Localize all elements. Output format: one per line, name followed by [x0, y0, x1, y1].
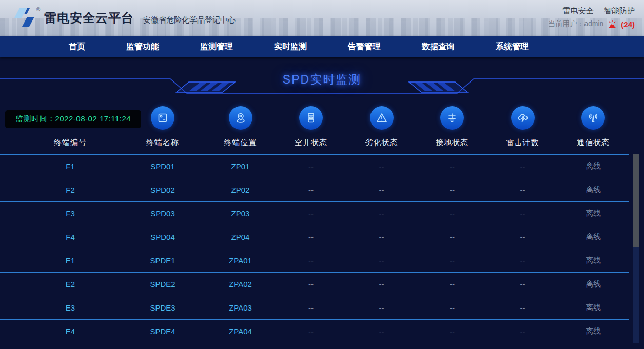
- cell-terminal-name: SPD01: [120, 162, 205, 171]
- cell-degradation-status: --: [346, 186, 417, 194]
- cell-grounding-status: --: [417, 209, 487, 218]
- cell-terminal-name: SPDE4: [120, 327, 205, 336]
- table-row[interactable]: F3 SPD03 ZP03 -- -- -- -- 离线: [0, 202, 629, 225]
- column-breaker-status: 空开状态: [276, 97, 346, 154]
- slogan-smart-protection: 智能防护: [604, 6, 635, 15]
- cell-communication-status: 离线: [558, 161, 629, 171]
- cell-terminal-id: F1: [0, 162, 120, 171]
- cell-terminal-name: SPDE2: [120, 280, 205, 289]
- lightning-cloud-icon: [511, 106, 535, 130]
- header-slogan: 雷电安全 智能防护: [548, 6, 635, 16]
- scrollbar-thumb[interactable]: [633, 154, 639, 247]
- cell-grounding-status: --: [417, 233, 487, 241]
- title-section: SPD实时监测: [0, 57, 644, 97]
- cell-breaker-status: --: [276, 233, 346, 241]
- slogan-lightning-safety: 雷电安全: [563, 6, 594, 15]
- column-degradation-status: 劣化状态: [346, 97, 417, 154]
- nav-item[interactable]: 首页: [69, 42, 85, 52]
- cell-breaker-status: --: [276, 209, 346, 218]
- cell-grounding-status: --: [417, 186, 487, 194]
- cell-communication-status: 离线: [558, 209, 629, 218]
- cell-lightning-count: --: [487, 256, 558, 265]
- cell-terminal-location: ZP02: [205, 186, 276, 194]
- cell-terminal-name: SPD04: [120, 233, 205, 241]
- cell-terminal-name: SPDE3: [120, 303, 205, 312]
- cell-communication-status: 离线: [558, 326, 629, 336]
- current-user-label: 当前用户：admin: [548, 19, 603, 29]
- column-terminal-location: 终端位置: [205, 97, 276, 154]
- cell-degradation-status: --: [346, 162, 417, 171]
- antenna-icon: [581, 106, 605, 130]
- cell-terminal-name: SPDE1: [120, 256, 205, 265]
- cell-grounding-status: --: [417, 256, 487, 265]
- alarm-siren-icon[interactable]: [608, 20, 617, 29]
- nav-item[interactable]: 告警管理: [348, 42, 381, 52]
- cell-lightning-count: --: [487, 209, 558, 218]
- cell-lightning-count: --: [487, 280, 558, 289]
- cell-terminal-id: F4: [0, 233, 120, 241]
- nav-item[interactable]: 实时监测: [274, 42, 307, 52]
- cell-grounding-status: --: [417, 303, 487, 312]
- cell-terminal-location: ZPA04: [205, 327, 276, 336]
- cell-lightning-count: --: [487, 162, 558, 171]
- alarm-count-badge[interactable]: (24): [621, 20, 635, 29]
- cell-terminal-name: SPD02: [120, 186, 205, 194]
- brand-logo[interactable]: ®: [11, 6, 41, 30]
- cell-grounding-status: --: [417, 280, 487, 289]
- table-row[interactable]: F2 SPD02 ZP02 -- -- -- -- 离线: [0, 178, 629, 202]
- cell-terminal-id: E2: [0, 280, 120, 289]
- cell-terminal-location: ZPA03: [205, 303, 276, 312]
- monitor-time-badge: 监测时间：2022-08-02 17:11:24: [5, 110, 141, 128]
- table-row[interactable]: E2 SPDE2 ZPA02 -- -- -- -- 离线: [0, 273, 629, 296]
- cell-communication-status: 离线: [558, 303, 629, 313]
- cell-terminal-location: ZPA02: [205, 280, 276, 289]
- terminal-device-icon: [151, 106, 174, 130]
- monitor-time-text: 监测时间：2022-08-02 17:11:24: [15, 114, 131, 124]
- table-row[interactable]: E4 SPDE4 ZPA04 -- -- -- -- 离线: [0, 320, 629, 343]
- location-pin-icon: [229, 106, 252, 130]
- table-row[interactable]: E3 SPDE3 ZPA03 -- -- -- -- 离线: [0, 296, 629, 320]
- table-row[interactable]: F1 SPD01 ZP01 -- -- -- -- 离线: [0, 155, 629, 178]
- cell-breaker-status: --: [276, 327, 346, 336]
- nav-item[interactable]: 监测管理: [200, 42, 233, 52]
- table-row[interactable]: E1 SPDE1 ZPA01 -- -- -- -- 离线: [0, 249, 629, 273]
- nav-item[interactable]: 数据查询: [422, 42, 455, 52]
- cell-terminal-id: E3: [0, 303, 120, 312]
- cell-breaker-status: --: [276, 162, 346, 171]
- app-header: ® 雷电安全云平台 安徽省危险化学品登记中心 雷电安全 智能防护 当前用户：ad…: [0, 0, 644, 36]
- cell-terminal-location: ZP03: [205, 209, 276, 218]
- cell-breaker-status: --: [276, 303, 346, 312]
- nav-item[interactable]: 监管功能: [126, 42, 159, 52]
- cell-degradation-status: --: [346, 256, 417, 265]
- main-nav: 首页 监管功能 监测管理 实时监测 告警管理 数据查询 系统管理: [0, 36, 644, 57]
- cell-degradation-status: --: [346, 327, 417, 336]
- cell-degradation-status: --: [346, 303, 417, 312]
- cell-degradation-status: --: [346, 280, 417, 289]
- registered-mark: ®: [36, 7, 40, 12]
- cell-communication-status: 离线: [558, 279, 629, 289]
- cell-terminal-id: F3: [0, 209, 120, 218]
- cell-terminal-id: E1: [0, 256, 120, 265]
- cell-communication-status: 离线: [558, 232, 629, 242]
- grounding-icon: [440, 106, 464, 130]
- cell-lightning-count: --: [487, 233, 558, 241]
- cell-degradation-status: --: [346, 233, 417, 241]
- column-lightning-count: 雷击计数: [487, 97, 558, 154]
- cell-lightning-count: --: [487, 303, 558, 312]
- breaker-icon: [299, 106, 323, 130]
- nav-item[interactable]: 系统管理: [496, 42, 529, 52]
- cell-terminal-location: ZP01: [205, 162, 276, 171]
- app-subtitle: 安徽省危险化学品登记中心: [143, 15, 236, 25]
- cell-degradation-status: --: [346, 209, 417, 218]
- app-title: 雷电安全云平台: [44, 10, 134, 26]
- cell-terminal-id: E4: [0, 327, 120, 336]
- column-communication-status: 通信状态: [558, 97, 629, 154]
- cell-terminal-name: SPD03: [120, 209, 205, 218]
- column-grounding-status: 接地状态: [417, 97, 487, 154]
- table-scrollbar[interactable]: [633, 154, 639, 343]
- cell-communication-status: 离线: [558, 256, 629, 265]
- cell-grounding-status: --: [417, 327, 487, 336]
- cell-terminal-id: F2: [0, 186, 120, 194]
- table-row[interactable]: F4 SPD04 ZP04 -- -- -- -- 离线: [0, 225, 629, 249]
- warning-triangle-icon: [370, 106, 394, 130]
